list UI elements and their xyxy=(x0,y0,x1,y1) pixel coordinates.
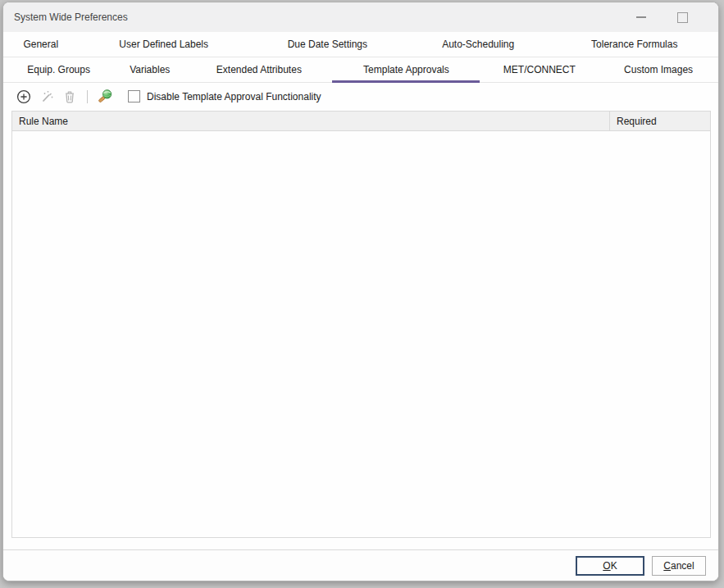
ok-button[interactable]: OK xyxy=(576,556,644,576)
column-header-required[interactable]: Required xyxy=(609,112,710,130)
maximize-button[interactable] xyxy=(671,7,694,27)
minimize-icon xyxy=(636,16,646,18)
tab-due-date-settings[interactable]: Due Date Settings xyxy=(249,32,406,57)
tab-label: Auto-Scheduling xyxy=(442,39,514,50)
title-bar: System Wide Preferences xyxy=(3,2,718,32)
delete-rule-button xyxy=(61,89,78,105)
tab-label: Tolerance Formulas xyxy=(591,39,677,50)
disable-approval-checkbox-label: Disable Template Approval Functionality xyxy=(147,91,321,103)
test-rules-button[interactable] xyxy=(97,89,113,105)
tab-label: Template Approvals xyxy=(363,64,449,75)
tab-label: MET/CONNECT xyxy=(503,64,576,75)
tab-user-defined-labels[interactable]: User Defined Labels xyxy=(79,32,249,57)
tab-row-2: Equip. Groups Variables Extended Attribu… xyxy=(3,57,718,83)
tab-label: Equip. Groups xyxy=(27,64,90,75)
tab-equip-groups[interactable]: Equip. Groups xyxy=(3,57,114,82)
tab-label: Variables xyxy=(130,64,170,75)
tab-label: General xyxy=(23,39,58,50)
disable-approval-checkbox-group[interactable]: Disable Template Approval Functionality xyxy=(128,90,321,103)
tab-label: Due Date Settings xyxy=(288,39,367,50)
tab-row-1: General User Defined Labels Due Date Set… xyxy=(3,32,718,57)
tab-auto-scheduling[interactable]: Auto-Scheduling xyxy=(406,32,551,57)
column-header-label: Required xyxy=(617,116,657,127)
template-approvals-toolbar: Disable Template Approval Functionality xyxy=(3,83,718,110)
tab-met-connect[interactable]: MET/CONNECT xyxy=(480,57,599,82)
ok-button-label: OK xyxy=(603,560,617,572)
tab-label: User Defined Labels xyxy=(119,39,208,50)
edit-wand-icon xyxy=(39,89,54,104)
tab-variables[interactable]: Variables xyxy=(114,57,185,82)
system-wide-preferences-dialog: System Wide Preferences General User Def… xyxy=(2,2,719,581)
window-controls xyxy=(630,7,708,27)
delete-icon xyxy=(62,89,77,104)
test-rules-icon xyxy=(97,89,113,105)
dialog-footer: OK Cancel xyxy=(3,549,718,581)
column-header-rule-name[interactable]: Rule Name xyxy=(12,112,609,130)
rules-table: Rule Name Required xyxy=(11,111,711,538)
tab-extended-attributes[interactable]: Extended Attributes xyxy=(185,57,332,82)
tab-custom-images[interactable]: Custom Images xyxy=(599,57,718,82)
disable-approval-checkbox[interactable] xyxy=(128,90,140,103)
window-title: System Wide Preferences xyxy=(14,11,630,23)
edit-rule-button xyxy=(39,89,55,105)
minimize-button[interactable] xyxy=(630,7,653,27)
column-header-label: Rule Name xyxy=(19,116,68,127)
add-rule-button[interactable] xyxy=(16,89,32,105)
tab-tolerance-formulas[interactable]: Tolerance Formulas xyxy=(551,32,718,57)
rules-table-body[interactable] xyxy=(12,131,710,537)
add-icon xyxy=(16,89,31,104)
rules-table-header: Rule Name Required xyxy=(12,112,710,131)
maximize-icon xyxy=(677,12,688,23)
cancel-button-label: Cancel xyxy=(663,560,694,572)
tab-label: Custom Images xyxy=(624,64,693,75)
cancel-button[interactable]: Cancel xyxy=(652,556,706,576)
tab-label: Extended Attributes xyxy=(216,64,302,75)
tab-template-approvals[interactable]: Template Approvals xyxy=(332,57,480,82)
toolbar-separator xyxy=(87,90,88,103)
tab-general[interactable]: General xyxy=(3,32,79,57)
